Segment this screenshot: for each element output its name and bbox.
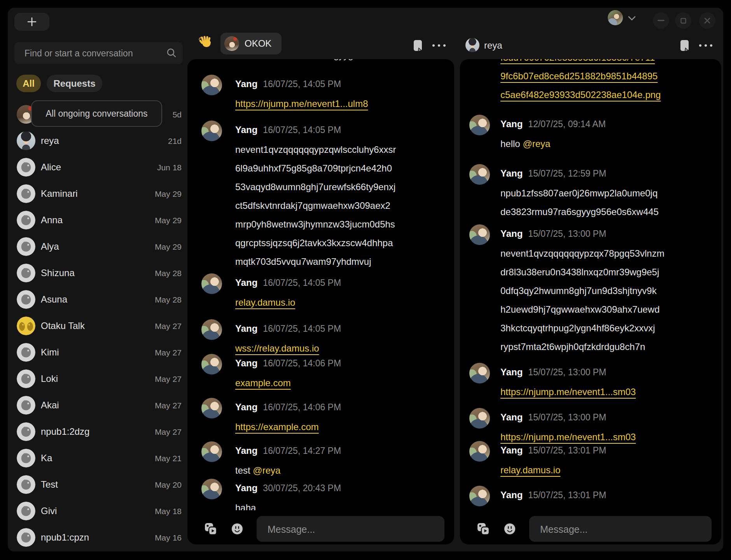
avatar[interactable] [469, 408, 490, 429]
conversation-row[interactable]: Alice Jun 18 [14, 154, 182, 180]
conversation-row[interactable]: Givi May 18 [14, 498, 182, 524]
maximize-icon [680, 18, 686, 24]
chat2-message-input-box [529, 516, 712, 542]
message-timestamp: 15/07/25, 13:00 PM [528, 412, 606, 422]
avatar[interactable] [201, 75, 222, 95]
conversation-row[interactable]: Shizuna May 28 [14, 260, 182, 286]
avatar[interactable] [469, 441, 490, 462]
mention-link[interactable]: @reya [523, 138, 550, 149]
message-text: 3hkctcqyqtrhpug2lygn4hf86eyk2xxvxj [500, 319, 714, 338]
conversation-name: Shizuna [41, 268, 75, 278]
message-link[interactable]: wss://relay.damus.io [235, 343, 319, 354]
message-timestamp: 12/07/25, 09:14 AM [528, 119, 606, 129]
message-link[interactable]: relay.damus.io [235, 297, 295, 308]
minimize-button[interactable] [653, 12, 669, 29]
conversation-date: May 28 [155, 295, 182, 304]
message-link[interactable]: https://njump.me/nevent1...ulm8 [235, 98, 368, 109]
chat1-message-input-box [257, 516, 444, 542]
conversation-row[interactable]: npub1:2dzg May 27 [14, 418, 182, 445]
avatar[interactable] [469, 363, 490, 383]
chat2-message-list[interactable]: f8dd769c762fe83393d6f13386/7e711 9fc6b07… [460, 59, 721, 510]
avatar[interactable] [201, 273, 222, 294]
conversation-row[interactable]: Asuna May 28 [14, 286, 182, 313]
conversation-name: Givi [41, 506, 57, 516]
conversation-name: Anna [41, 215, 63, 226]
default-avatar-icon [17, 264, 35, 282]
filter-tab-requests[interactable]: Requests [47, 75, 102, 92]
conversation-list[interactable]: 5d reya 21d Alice Jun 18 Kaminari May 29… [14, 101, 182, 551]
conversation-row[interactable]: Alya May 29 [14, 233, 182, 260]
chat1-panel: gyyg Yang16/07/25, 14:05 PM https://njum… [187, 59, 454, 544]
close-button[interactable] [699, 12, 715, 29]
filter-tab-all[interactable]: All [16, 75, 41, 92]
conversation-row[interactable]: npub1:cpzn May 16 [14, 524, 182, 551]
default-avatar-icon [17, 449, 35, 467]
message: Yang16/07/25, 14:06 PM https://example.c… [201, 398, 446, 436]
message-link[interactable]: f8dd769c762fe83393d6f13386/7e711 [500, 59, 655, 63]
avatar[interactable] [469, 486, 490, 506]
conversation-row[interactable]: reya 21d [14, 128, 182, 154]
message-link[interactable]: wss://relay.damus.io [500, 509, 584, 510]
default-avatar-icon [17, 290, 35, 309]
conversation-date: May 18 [155, 507, 182, 516]
message-link[interactable]: c5ae6f482e93933d502238ae104e.png [500, 89, 661, 100]
conversation-row[interactable]: Test May 20 [14, 471, 182, 498]
avatar[interactable] [201, 441, 222, 462]
message-timestamp: 16/07/25, 14:06 PM [263, 358, 341, 368]
message-link[interactable]: https://example.com [235, 422, 319, 432]
chat2-more-menu-icon[interactable] [699, 44, 713, 48]
chat1-note-icon[interactable] [413, 40, 423, 52]
message-timestamp: 16/07/25, 14:05 PM [263, 324, 341, 334]
conversation-date: May 29 [155, 216, 182, 225]
avatar[interactable] [201, 354, 222, 374]
message-timestamp: 16/07/25, 14:27 PM [263, 446, 341, 456]
emoji-button[interactable] [231, 523, 243, 535]
chevron-down-icon[interactable] [628, 16, 636, 21]
message-text: nevent1qvzqqqqqqypzqx78pgq53vlnzm [500, 244, 714, 263]
attach-media-button[interactable] [476, 522, 490, 536]
scrolled-message-fragment: f8dd769c762fe83393d6f13386/7e711 9fc6b07… [500, 59, 714, 104]
conversation-row[interactable]: Kimi May 27 [14, 339, 182, 366]
avatar[interactable] [469, 164, 490, 185]
mention-link[interactable]: @reya [253, 465, 280, 476]
conversation-row[interactable]: Anna May 29 [14, 207, 182, 233]
scrolled-message-fragment: gyyg [334, 59, 353, 65]
chat2-message-input[interactable] [539, 516, 703, 542]
message-link[interactable]: 9fc6b07ed8ce6d251882b9851b44895 [500, 71, 658, 81]
avatar[interactable] [201, 319, 222, 340]
chat1-message-list[interactable]: gyyg Yang16/07/25, 14:05 PM https://njum… [187, 59, 454, 510]
chat2-note-icon[interactable] [680, 40, 690, 52]
default-avatar-icon [17, 343, 35, 362]
conversation-date: May 27 [155, 427, 182, 437]
chat2-title[interactable]: reya [484, 40, 502, 51]
conversation-row[interactable]: Kaminari May 29 [14, 180, 182, 207]
conversation-row[interactable]: Ka May 21 [14, 445, 182, 471]
chat1-message-input[interactable] [267, 516, 436, 542]
message-link[interactable]: https://njump.me/nevent1...sm03 [500, 432, 636, 442]
message-timestamp: 16/07/25, 14:05 PM [263, 278, 341, 288]
message-sender: Yang [500, 490, 523, 500]
avatar[interactable] [201, 398, 222, 418]
conversation-row[interactable]: Loki May 27 [14, 366, 182, 392]
conversation-name: Kimi [41, 347, 59, 358]
chat2-contact-avatar[interactable] [465, 38, 479, 52]
conversation-row[interactable]: Akai May 27 [14, 392, 182, 418]
account-avatar[interactable] [608, 10, 623, 25]
conversation-row[interactable]: Otaku Talk May 27 [14, 313, 182, 339]
avatar[interactable] [469, 224, 490, 245]
message-text: hello [500, 138, 523, 149]
avatar[interactable] [201, 479, 222, 499]
chat1-more-menu-icon[interactable] [432, 44, 446, 48]
chat1-contact-chip[interactable]: OKOK [220, 33, 282, 54]
avatar[interactable] [201, 121, 222, 141]
avatar[interactable] [469, 115, 490, 135]
search-input[interactable] [24, 42, 165, 65]
new-conversation-button[interactable] [14, 13, 49, 31]
emoji-button[interactable] [504, 523, 516, 535]
message-sender: Yang [500, 119, 523, 129]
message-link[interactable]: relay.damus.io [500, 465, 560, 475]
maximize-button[interactable] [675, 12, 691, 29]
attach-media-button[interactable] [204, 522, 218, 536]
message-link[interactable]: https://njump.me/nevent1...sm03 [500, 387, 636, 397]
message-link[interactable]: example.com [235, 378, 291, 388]
